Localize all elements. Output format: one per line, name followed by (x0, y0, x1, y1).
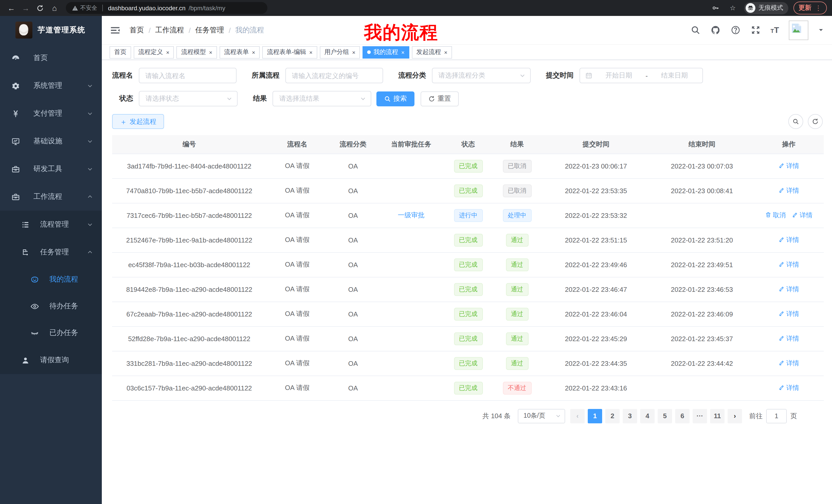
close-tab-icon[interactable]: × (444, 49, 447, 55)
page-size-select[interactable]: 10条/页 (518, 409, 565, 423)
reload-icon[interactable] (34, 2, 46, 14)
fullscreen-icon[interactable] (751, 25, 761, 35)
sidebar-item-payment-mgmt[interactable]: 支付管理 (0, 100, 102, 128)
security-warning-icon[interactable]: 不安全 (72, 4, 97, 12)
page-button-2[interactable]: 2 (605, 409, 620, 423)
search-button[interactable]: 搜索 (376, 91, 414, 106)
submit-time-cell: 2022-01-22 23:43:16 (542, 375, 650, 400)
forward-icon[interactable]: → (20, 2, 32, 14)
end-time-cell: 2022-01-22 23:46:09 (650, 302, 754, 326)
detail-link[interactable]: 详情 (779, 235, 799, 244)
sidebar-item-label: 流程管理 (40, 220, 69, 229)
current-task-link[interactable]: 一级审批 (398, 211, 424, 219)
back-icon[interactable]: ← (5, 2, 18, 14)
category-select[interactable]: 请选择流程分类 (432, 68, 530, 83)
tab-首页[interactable]: 首页 (109, 46, 131, 58)
page-button-6[interactable]: 6 (675, 409, 690, 423)
tab-发起流程[interactable]: 发起流程× (412, 46, 452, 58)
tab-流程表单-编辑[interactable]: 流程表单-编辑× (262, 46, 317, 58)
sidebar-item-label: 我的流程 (49, 275, 78, 284)
detail-link[interactable]: 详情 (779, 384, 799, 392)
breadcrumb-item[interactable]: 工作流程 (155, 25, 184, 35)
breadcrumb-item[interactable]: 首页 (130, 25, 144, 35)
result-label: 结果 (253, 94, 267, 103)
goto-page-input[interactable] (766, 409, 787, 423)
help-icon[interactable] (730, 25, 741, 35)
list-icon (21, 220, 30, 229)
sidebar-item-dev-tools[interactable]: 研发工具 (0, 155, 102, 183)
home-icon[interactable]: ⌂ (48, 2, 61, 14)
sidebar-toggle-icon[interactable] (110, 24, 121, 36)
show-search-button[interactable] (788, 114, 803, 129)
robot-icon (30, 275, 39, 284)
status-badge: 已完成 (454, 233, 483, 246)
detail-link[interactable]: 详情 (779, 359, 799, 368)
app-logo-row[interactable]: 芋道管理系统 (0, 16, 102, 44)
sidebar-item-home[interactable]: 首页 (0, 44, 102, 72)
result-select[interactable]: 请选择流结果 (272, 91, 371, 106)
detail-link[interactable]: 详情 (779, 260, 799, 269)
page-button-1[interactable]: 1 (588, 409, 602, 423)
page-button-11[interactable]: 11 (710, 409, 725, 423)
detail-link[interactable]: 详情 (779, 310, 799, 318)
close-tab-icon[interactable]: × (252, 49, 255, 55)
password-key-icon[interactable] (709, 2, 722, 14)
detail-link[interactable]: 详情 (779, 334, 799, 343)
eye-closed-icon (30, 328, 39, 338)
sidebar-item-leave-query[interactable]: 请假查询 (0, 346, 102, 374)
github-icon[interactable] (710, 25, 721, 35)
close-tab-icon[interactable]: × (401, 49, 405, 55)
page-button-3[interactable]: 3 (623, 409, 637, 423)
tab-用户分组[interactable]: 用户分组× (320, 46, 360, 58)
detail-link[interactable]: 详情 (779, 285, 799, 293)
browser-menu-icon[interactable]: ⋮ (815, 4, 822, 12)
close-tab-icon[interactable]: × (166, 49, 170, 55)
font-size-icon[interactable]: TT (771, 25, 779, 35)
close-tab-icon[interactable]: × (352, 49, 356, 55)
tab-label: 流程模型 (181, 48, 206, 57)
cancel-link[interactable]: 取消 (765, 211, 786, 220)
column-header-结束时间: 结束时间 (650, 135, 754, 153)
breadcrumb-separator: / (149, 26, 151, 34)
sidebar-item-workflow[interactable]: 工作流程 (0, 183, 102, 211)
process-name-input[interactable] (138, 68, 236, 83)
current-task-cell (378, 302, 444, 326)
sidebar-item-done-tasks[interactable]: 已办任务 (0, 319, 102, 346)
process-category-cell: OA (328, 375, 378, 400)
detail-link[interactable]: 详情 (779, 162, 799, 170)
sidebar-item-process-mgmt[interactable]: 流程管理 (0, 211, 102, 239)
page-button-4[interactable]: 4 (640, 409, 655, 423)
avatar-caret-icon[interactable] (818, 27, 824, 33)
tab-流程定义[interactable]: 流程定义× (134, 46, 174, 58)
sidebar-item-infrastructure[interactable]: 基础设施 (0, 128, 102, 155)
refresh-icon (428, 95, 435, 102)
sidebar-item-system-mgmt[interactable]: 系统管理 (0, 72, 102, 100)
submit-time-range-picker[interactable]: 开始日期 - 结束日期 (579, 68, 703, 83)
next-page-button[interactable]: › (728, 409, 742, 423)
sidebar-item-task-mgmt[interactable]: 任务管理 (0, 239, 102, 266)
close-tab-icon[interactable]: × (209, 49, 212, 55)
avatar[interactable] (789, 20, 808, 40)
search-icon[interactable] (690, 25, 701, 35)
process-definition-input[interactable] (285, 68, 383, 83)
tab-流程模型[interactable]: 流程模型× (177, 46, 217, 58)
status-select[interactable]: 请选择状态 (139, 91, 238, 106)
close-tab-icon[interactable]: × (309, 49, 313, 55)
detail-link[interactable]: 详情 (792, 211, 812, 220)
browser-update-button[interactable]: 更新 ⋮ (794, 2, 827, 15)
address-bar[interactable]: 不安全 dashboard.yudao.iocoder.cn/bpm/task/… (66, 2, 267, 14)
start-process-button[interactable]: ＋ 发起流程 (112, 114, 164, 129)
prev-page-button[interactable]: ‹ (570, 409, 585, 423)
tab-流程表单[interactable]: 流程表单× (219, 46, 260, 58)
tab-我的流程[interactable]: 我的流程× (363, 46, 409, 58)
bookmark-star-icon[interactable]: ☆ (727, 2, 739, 14)
breadcrumb-item[interactable]: 任务管理 (196, 25, 224, 35)
more-pages-button[interactable]: ··· (693, 409, 707, 423)
page-button-5[interactable]: 5 (658, 409, 672, 423)
reset-button[interactable]: 重置 (421, 91, 459, 106)
refresh-table-button[interactable] (808, 114, 823, 129)
category-label: 流程分类 (398, 71, 426, 80)
detail-link[interactable]: 详情 (779, 186, 799, 195)
sidebar-item-todo-tasks[interactable]: 待办任务 (0, 293, 102, 319)
sidebar-item-my-process[interactable]: 我的流程 (0, 266, 102, 293)
